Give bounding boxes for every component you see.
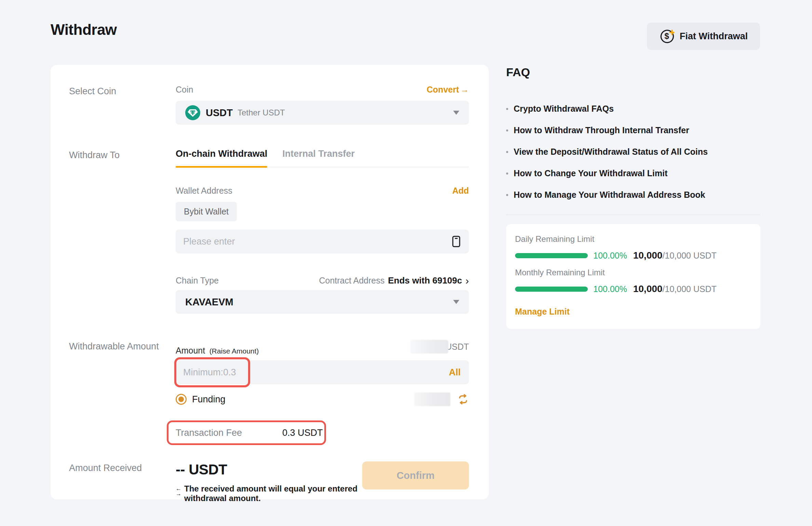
withdrawable-amount-section-label: Withdrawable Amount bbox=[69, 340, 176, 445]
daily-limit-percent: 100.00% bbox=[593, 251, 627, 261]
fiat-withdrawal-button[interactable]: $ Fiat Withdrawal bbox=[647, 23, 760, 50]
tab-internal-transfer[interactable]: Internal Transfer bbox=[282, 149, 355, 167]
amount-received-label: Amount Received bbox=[69, 461, 176, 473]
withdraw-to-section-label: Withdraw To bbox=[69, 149, 176, 314]
divider bbox=[506, 214, 760, 215]
select-coin-section-label: Select Coin bbox=[69, 85, 176, 125]
transaction-fee-row: Transaction Fee 0.3 USDT bbox=[176, 420, 469, 445]
page-title: Withdraw bbox=[51, 21, 117, 38]
masked-available-value bbox=[410, 340, 448, 354]
bullet-icon bbox=[506, 108, 508, 110]
dollar-circle-plus-icon: $ bbox=[659, 29, 674, 44]
daily-limit-total: /10,000 USDT bbox=[662, 251, 716, 261]
funding-radio[interactable] bbox=[176, 394, 187, 405]
transaction-fee-highlight: Transaction Fee 0.3 USDT bbox=[167, 420, 326, 445]
wallet-address-input-wrap bbox=[176, 230, 469, 253]
fiat-withdrawal-label: Fiat Withdrawal bbox=[680, 31, 748, 42]
coin-select[interactable]: USDT Tether USDT bbox=[176, 101, 469, 125]
amount-field-sublabel: (Raise Amount) bbox=[209, 347, 259, 355]
monthly-limit-total: /10,000 USDT bbox=[662, 284, 716, 294]
withdraw-to-section: Withdraw To On-chain Withdrawal Internal… bbox=[69, 149, 469, 314]
faq-item[interactable]: Crypto Withdrawal FAQs bbox=[506, 98, 760, 120]
monthly-limit-value: 10,000 bbox=[633, 283, 663, 294]
faq-item[interactable]: View the Deposit/Withdrawal Status of Al… bbox=[506, 141, 760, 163]
monthly-limit-percent: 100.00% bbox=[593, 284, 627, 294]
chain-type-value: KAVAEVM bbox=[185, 296, 233, 308]
available-amount: USDT bbox=[410, 340, 469, 354]
amount-section: Withdrawable Amount Amount (Raise Amount… bbox=[69, 340, 469, 445]
address-book-icon[interactable] bbox=[452, 236, 461, 247]
daily-limit-label: Daily Remaining Limit bbox=[515, 234, 752, 244]
wallet-address-input[interactable] bbox=[183, 236, 452, 247]
daily-limit-value: 10,000 bbox=[633, 250, 663, 261]
coin-symbol: USDT bbox=[206, 107, 233, 119]
monthly-limit-row: 100.00% 10,000 /10,000 USDT bbox=[515, 283, 752, 294]
contract-address-link[interactable]: Contract Address Ends with 69109c › bbox=[319, 275, 469, 286]
faq-item[interactable]: How to Manage Your Withdrawal Address Bo… bbox=[506, 184, 760, 206]
withdrawal-limits-card: Daily Remaining Limit 100.00% 10,000 /10… bbox=[506, 224, 760, 329]
transfer-arrows-icon: ←→ bbox=[176, 484, 181, 503]
coin-name: Tether USDT bbox=[238, 108, 285, 117]
withdraw-form-card: Select Coin Coin Convert→ bbox=[51, 65, 489, 499]
bullet-icon bbox=[506, 151, 508, 153]
amount-input-wrap: All bbox=[176, 360, 469, 384]
refresh-icon[interactable] bbox=[457, 393, 469, 405]
manage-limit-link[interactable]: Manage Limit bbox=[515, 307, 570, 317]
bullet-icon bbox=[506, 194, 508, 196]
tether-icon bbox=[185, 105, 200, 120]
faq-list: Crypto Withdrawal FAQs How to Withdraw T… bbox=[506, 98, 760, 206]
amount-received-value: -- USDT bbox=[176, 461, 360, 478]
svg-text:$: $ bbox=[664, 31, 669, 41]
confirm-button[interactable]: Confirm bbox=[362, 461, 469, 489]
daily-limit-row: 100.00% 10,000 /10,000 USDT bbox=[515, 250, 752, 261]
chevron-down-icon bbox=[453, 300, 459, 304]
bullet-icon bbox=[506, 129, 508, 132]
saved-wallet-chip[interactable]: Bybit Wallet bbox=[176, 202, 237, 221]
amount-input[interactable] bbox=[183, 367, 449, 378]
amount-field-label: Amount bbox=[176, 346, 205, 355]
masked-funding-balance bbox=[414, 392, 450, 406]
chain-type-select[interactable]: KAVAEVM bbox=[176, 290, 469, 314]
transaction-fee-value: 0.3 USDT bbox=[282, 428, 323, 438]
chevron-down-icon bbox=[453, 111, 459, 115]
select-coin-section: Select Coin Coin Convert→ bbox=[69, 85, 469, 125]
transaction-fee-label: Transaction Fee bbox=[176, 428, 282, 438]
bullet-icon bbox=[506, 172, 508, 175]
wallet-address-label: Wallet Address bbox=[176, 186, 232, 196]
all-amount-link[interactable]: All bbox=[449, 367, 461, 378]
faq-item[interactable]: How to Withdraw Through Internal Transfe… bbox=[506, 120, 760, 141]
tab-onchain-withdrawal[interactable]: On-chain Withdrawal bbox=[176, 149, 267, 167]
chevron-right-icon: › bbox=[465, 276, 469, 286]
arrow-right-icon: → bbox=[460, 85, 469, 95]
coin-field-label: Coin bbox=[176, 85, 193, 95]
chain-type-label: Chain Type bbox=[176, 276, 219, 286]
amount-received-note: ←→ The received amount will equal your e… bbox=[176, 484, 360, 503]
faq-title: FAQ bbox=[506, 66, 760, 79]
monthly-limit-progress-bar bbox=[515, 287, 588, 292]
withdraw-method-tabs: On-chain Withdrawal Internal Transfer bbox=[176, 149, 469, 167]
convert-link[interactable]: Convert→ bbox=[427, 85, 469, 95]
amount-received-section: Amount Received -- USDT ←→ The received … bbox=[69, 461, 469, 503]
monthly-limit-label: Monthly Remaining Limit bbox=[515, 268, 752, 277]
faq-item[interactable]: How to Change Your Withdrawal Limit bbox=[506, 163, 760, 184]
daily-limit-progress-bar bbox=[515, 253, 588, 258]
funding-radio-label: Funding bbox=[192, 394, 226, 405]
faq-panel: FAQ Crypto Withdrawal FAQs How to Withdr… bbox=[506, 66, 760, 329]
add-address-link[interactable]: Add bbox=[452, 186, 469, 196]
